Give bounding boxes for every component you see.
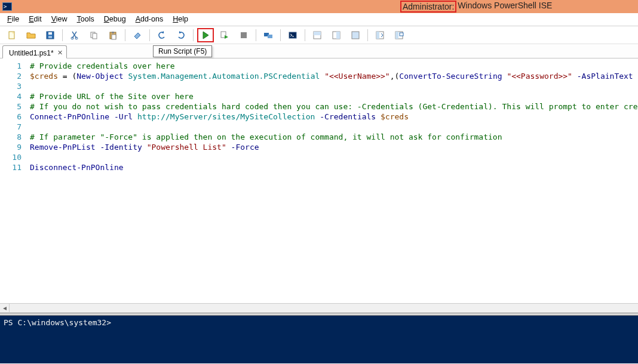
new-button[interactable] <box>4 28 20 42</box>
addon-popup-icon <box>394 30 404 40</box>
svg-rect-17 <box>314 32 321 35</box>
save-icon <box>45 30 55 40</box>
svg-rect-7 <box>93 33 97 39</box>
svg-rect-12 <box>241 32 247 38</box>
svg-rect-19 <box>336 32 340 39</box>
layout-script-right-button[interactable] <box>328 28 345 42</box>
toolbar <box>0 26 638 44</box>
command-addon-button[interactable] <box>372 28 388 42</box>
toolbar-separator <box>305 29 305 41</box>
undo-icon <box>157 30 167 40</box>
powershell-tab-button[interactable] <box>284 28 301 42</box>
toolbar-separator <box>125 29 125 41</box>
run-script-tooltip: Run Script (F5) <box>153 45 212 57</box>
new-file-icon <box>7 30 17 40</box>
toolbar-separator <box>367 29 368 41</box>
menu-edit[interactable]: Edit <box>24 13 47 26</box>
cut-button[interactable] <box>66 28 83 42</box>
layout-max-icon <box>351 30 360 40</box>
svg-rect-10 <box>112 35 116 39</box>
layout-script-max-button[interactable] <box>347 28 364 42</box>
menu-tools[interactable]: Tools <box>72 13 99 26</box>
menu-view[interactable]: View <box>47 13 72 26</box>
layout-top-icon <box>312 30 322 40</box>
administrator-badge: Administrator: <box>400 1 456 13</box>
paste-icon <box>108 30 118 40</box>
powershell-tab-icon <box>288 30 297 40</box>
undo-button[interactable] <box>154 28 170 42</box>
remote-button[interactable] <box>260 28 277 42</box>
line-number-gutter: 1234567891011 <box>0 58 25 303</box>
app-title-text: Windows PowerShell ISE <box>456 1 552 13</box>
toolbar-separator <box>193 29 194 41</box>
clear-button[interactable] <box>129 28 146 42</box>
toolbar-separator <box>149 29 150 41</box>
script-tab[interactable]: Untitled1.ps1* ✕ <box>2 45 67 58</box>
menu-addons[interactable]: Add-ons <box>131 13 168 26</box>
scroll-left-arrow[interactable]: ◂ <box>0 304 10 312</box>
menubar: File Edit View Tools Debug Add-ons Help <box>0 13 638 26</box>
menu-help[interactable]: Help <box>168 13 193 26</box>
remote-icon <box>263 30 273 40</box>
run-script-button[interactable] <box>197 28 214 42</box>
svg-rect-15 <box>289 32 296 38</box>
layout-right-icon <box>332 30 341 40</box>
eraser-icon <box>133 30 142 40</box>
editor-pane[interactable]: 1234567891011 # Provide credentials over… <box>0 58 638 303</box>
code-editor[interactable]: # Provide credentials over here $creds =… <box>25 58 638 303</box>
play-icon <box>201 30 210 40</box>
toolbar-separator <box>62 29 63 41</box>
run-selection-button[interactable] <box>216 28 233 42</box>
svg-rect-24 <box>395 32 398 39</box>
command-addon-button-2[interactable] <box>391 28 407 42</box>
addon-left-icon <box>375 30 385 40</box>
open-button[interactable] <box>23 28 39 42</box>
toolbar-separator <box>256 29 256 41</box>
tabbar: Untitled1.ps1* ✕ Run Script (F5) <box>0 44 638 58</box>
paste-button[interactable] <box>105 28 121 42</box>
svg-rect-14 <box>268 35 272 38</box>
cut-icon <box>70 30 79 40</box>
console-pane[interactable]: PS C:\windows\system32> <box>0 316 638 363</box>
redo-button[interactable] <box>173 28 189 42</box>
titlebar: > Administrator: Windows PowerShell ISE <box>0 0 638 13</box>
toolbar-separator <box>280 29 281 41</box>
tab-close-button[interactable]: ✕ <box>57 49 63 57</box>
svg-rect-9 <box>112 32 114 33</box>
stop-icon <box>239 30 249 40</box>
console-prompt: PS C:\windows\system32> <box>4 318 111 327</box>
horizontal-scrollbar[interactable]: ◂ <box>0 303 638 313</box>
copy-button[interactable] <box>85 28 102 42</box>
svg-rect-22 <box>376 32 379 39</box>
redo-icon <box>176 30 186 40</box>
copy-icon <box>89 30 99 40</box>
layout-script-top-button[interactable] <box>309 28 326 42</box>
open-folder-icon <box>26 30 36 40</box>
svg-rect-20 <box>352 32 359 39</box>
menu-file[interactable]: File <box>2 13 24 26</box>
save-button[interactable] <box>42 28 59 42</box>
svg-rect-2 <box>48 32 52 35</box>
stop-button[interactable] <box>235 28 252 42</box>
svg-rect-25 <box>400 33 403 36</box>
window-title: Administrator: Windows PowerShell ISE <box>400 1 552 13</box>
svg-rect-3 <box>48 36 52 38</box>
menu-debug[interactable]: Debug <box>99 13 131 26</box>
run-selection-icon <box>220 30 229 40</box>
tab-label: Untitled1.ps1* <box>9 49 54 57</box>
powershell-icon: > <box>2 2 12 11</box>
